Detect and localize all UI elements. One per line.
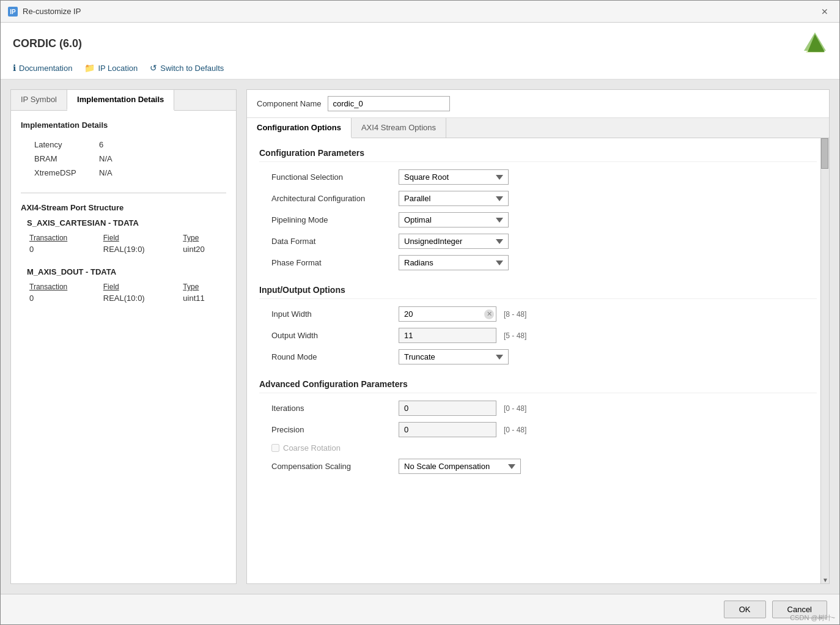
title-bar: IP Re-customize IP ✕ — [1, 1, 839, 23]
latency-value: 6 — [97, 138, 225, 151]
table-row: BRAM N/A — [22, 152, 225, 165]
ok-button[interactable]: OK — [724, 601, 766, 618]
config-params-title: Configuration Parameters — [259, 148, 817, 162]
table-row: Transaction Field Type — [27, 281, 226, 292]
functional-selection-select[interactable]: Square Root Sin_Cos Sinh_Cosh ArcTan Arc… — [399, 169, 509, 185]
compensation-scaling-select[interactable]: No Scale Compensation Scale Compensation — [399, 459, 521, 474]
tab-ip-symbol[interactable]: IP Symbol — [11, 90, 67, 110]
advanced-config-section: Advanced Configuration Parameters Iterat… — [259, 379, 817, 474]
round-mode-row: Round Mode Truncate Round Round Pos Inf … — [259, 349, 817, 364]
tab-axi4-stream-options[interactable]: AXI4 Stream Options — [352, 118, 446, 138]
round-mode-label: Round Mode — [259, 352, 394, 361]
scrollbar[interactable]: ▼ — [820, 138, 829, 583]
architectural-config-select[interactable]: Parallel Word Serial Bit Serial — [399, 191, 509, 206]
svg-text:IP: IP — [10, 9, 16, 15]
output-width-range: [5 - 48] — [504, 331, 526, 340]
advanced-config-title: Advanced Configuration Parameters — [259, 379, 817, 393]
data-format-select[interactable]: UnsignedInteger SignedFraction UnsignedF… — [399, 234, 509, 249]
io-options-title: Input/Output Options — [259, 285, 817, 299]
tab-configuration-options[interactable]: Configuration Options — [247, 118, 352, 138]
precision-label: Precision — [259, 425, 394, 434]
table-row: 0 REAL(10:0) uint11 — [27, 292, 226, 304]
port-group-s-axis-title: S_AXIS_CARTESIAN - TDATA — [27, 218, 226, 227]
port-table-s-axis: Transaction Field Type 0 REAL(19:0) uint… — [27, 232, 226, 255]
refresh-icon: ↺ — [150, 63, 157, 73]
precision-range: [0 - 48] — [504, 426, 526, 434]
coarse-rotation-row: Coarse Rotation — [259, 443, 817, 453]
tab-implementation-details[interactable]: Implementation Details — [67, 90, 174, 111]
input-width-row: Input Width ✕ [8 - 48] — [259, 306, 817, 322]
info-icon: ℹ — [13, 63, 16, 73]
close-button[interactable]: ✕ — [817, 6, 832, 18]
input-width-clear-button[interactable]: ✕ — [484, 309, 494, 319]
config-params-section: Configuration Parameters Functional Sele… — [259, 148, 817, 270]
pipelining-mode-row: Pipelining Mode Optimal Maximum No Pipel… — [259, 212, 817, 227]
port-group-s-axis: S_AXIS_CARTESIAN - TDATA Transaction Fie… — [21, 218, 226, 255]
phase-format-select[interactable]: Radians Scaled Radians — [399, 255, 509, 270]
compensation-scaling-label: Compensation Scaling — [259, 462, 394, 471]
transaction-value: 0 — [27, 243, 101, 255]
pipelining-mode-select[interactable]: Optimal Maximum No Pipelining — [399, 212, 509, 227]
round-mode-select[interactable]: Truncate Round Round Pos Inf Round Min I… — [399, 349, 509, 364]
left-panel: IP Symbol Implementation Details Impleme… — [10, 89, 237, 584]
phase-format-label: Phase Format — [259, 258, 394, 267]
coarse-rotation-checkbox[interactable] — [271, 444, 279, 452]
data-format-row: Data Format UnsignedInteger SignedFracti… — [259, 234, 817, 249]
divider — [21, 193, 226, 193]
data-format-label: Data Format — [259, 237, 394, 246]
scroll-down-arrow[interactable]: ▼ — [821, 577, 829, 583]
component-name-input[interactable] — [328, 96, 450, 111]
col-field: Field — [101, 281, 181, 292]
latency-label: Latency — [22, 138, 95, 151]
iterations-field[interactable] — [399, 401, 496, 416]
phase-format-row: Phase Format Radians Scaled Radians — [259, 255, 817, 270]
compensation-scaling-row: Compensation Scaling No Scale Compensati… — [259, 459, 817, 474]
xtremedsp-value: N/A — [97, 166, 225, 179]
watermark: CSDN @树叶~ — [790, 613, 835, 623]
documentation-link[interactable]: ℹ Documentation — [13, 63, 72, 73]
left-tab-bar: IP Symbol Implementation Details — [11, 90, 236, 111]
toolbar: ℹ Documentation 📁 IP Location ↺ Switch t… — [13, 63, 827, 73]
left-panel-content: Implementation Details Latency 6 BRAM N/… — [11, 111, 236, 583]
field-value: REAL(19:0) — [101, 243, 181, 255]
app-title-text: CORDIC (6.0) — [13, 37, 82, 50]
right-tab-bar: Configuration Options AXI4 Stream Option… — [247, 118, 829, 138]
output-width-row: Output Width [5 - 48] — [259, 328, 817, 343]
input-width-range: [8 - 48] — [504, 310, 526, 319]
type-value: uint11 — [180, 292, 226, 304]
col-transaction: Transaction — [27, 281, 101, 292]
switch-defaults-label: Switch to Defaults — [160, 64, 224, 73]
architectural-config-row: Architectural Configuration Parallel Wor… — [259, 191, 817, 206]
app-icon: IP — [8, 7, 18, 17]
functional-selection-row: Functional Selection Square Root Sin_Cos… — [259, 169, 817, 185]
scroll-thumb[interactable] — [821, 138, 828, 169]
pipelining-mode-label: Pipelining Mode — [259, 215, 394, 224]
title-bar-left: IP Re-customize IP — [8, 7, 81, 17]
component-name-label: Component Name — [257, 99, 322, 108]
type-value: uint20 — [180, 243, 226, 255]
table-row: 0 REAL(19:0) uint20 — [27, 243, 226, 255]
iterations-row: Iterations [0 - 48] — [259, 401, 817, 416]
vivado-logo-icon — [803, 31, 827, 56]
xtremedsp-label: XtremeDSP — [22, 166, 95, 179]
app-title-bar: CORDIC (6.0) — [13, 31, 827, 56]
col-type: Type — [180, 232, 226, 243]
main-content: IP Symbol Implementation Details Impleme… — [1, 80, 839, 594]
precision-row: Precision [0 - 48] — [259, 422, 817, 437]
impl-details-table: Latency 6 BRAM N/A XtremeDSP N/A — [21, 137, 226, 180]
transaction-value: 0 — [27, 292, 101, 304]
table-row: Transaction Field Type — [27, 232, 226, 243]
switch-defaults-link[interactable]: ↺ Switch to Defaults — [150, 63, 224, 73]
ip-location-link[interactable]: 📁 IP Location — [84, 63, 138, 73]
output-width-field[interactable] — [399, 328, 496, 343]
port-group-m-axis-title: M_AXIS_DOUT - TDATA — [27, 267, 226, 276]
window-title: Re-customize IP — [23, 7, 81, 16]
documentation-label: Documentation — [19, 64, 72, 73]
folder-icon: 📁 — [84, 63, 95, 73]
impl-details-title: Implementation Details — [21, 120, 226, 130]
input-width-field[interactable] — [399, 306, 496, 322]
coarse-rotation-label: Coarse Rotation — [283, 443, 341, 453]
precision-field[interactable] — [399, 422, 496, 437]
io-options-section: Input/Output Options Input Width ✕ [8 - … — [259, 285, 817, 364]
input-width-label: Input Width — [259, 309, 394, 319]
